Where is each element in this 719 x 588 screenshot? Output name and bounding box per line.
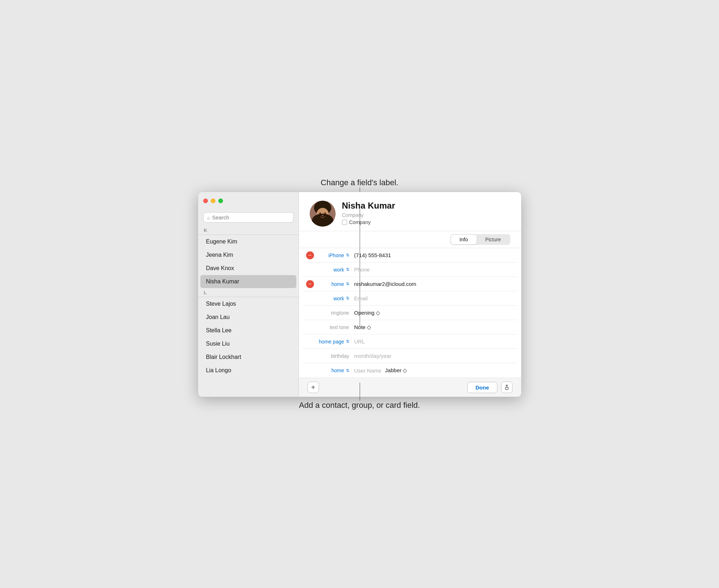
field-row: −iPhone ⇅(714) 555-8431 <box>302 248 518 263</box>
chevron-icon: ⇅ <box>346 339 349 344</box>
company-checkbox[interactable] <box>342 220 347 225</box>
svg-point-5 <box>319 213 321 214</box>
company-label: Company <box>349 219 371 225</box>
outer-wrapper: Change a field's label. ⌕ KEugene KimJee… <box>198 178 522 410</box>
section-divider <box>198 234 299 235</box>
bottom-bar: + Done <box>299 378 521 397</box>
avatar-image <box>310 201 336 227</box>
contact-item[interactable]: Joan Lau <box>200 311 296 324</box>
titlebar <box>198 192 299 209</box>
chevron-icon: ⇅ <box>346 368 349 373</box>
contact-item[interactable]: Steve Lajos <box>200 297 296 310</box>
field-label: text tone <box>317 324 349 330</box>
field-label[interactable]: home ⇅ <box>317 281 349 287</box>
remove-field-button[interactable]: − <box>306 251 314 259</box>
field-label: ringtone <box>317 310 349 316</box>
field-row: work ⇅Email <box>302 291 518 306</box>
maximize-button[interactable] <box>218 199 223 203</box>
remove-field-button[interactable]: − <box>306 280 314 288</box>
minimize-button[interactable] <box>211 199 215 203</box>
field-label[interactable]: work ⇅ <box>317 296 349 301</box>
avatar <box>310 201 336 227</box>
bottom-right: Done <box>467 382 513 393</box>
field-value[interactable]: Email <box>354 295 368 301</box>
tab-picture[interactable]: Picture <box>477 235 510 244</box>
field-value[interactable]: URL <box>354 338 365 345</box>
main-content: Nisha Kumar Company Company Info Picture <box>299 192 521 397</box>
section-divider <box>198 297 299 297</box>
contact-item[interactable]: Eugene Kim <box>200 235 296 248</box>
sidebar: ⌕ KEugene KimJeena KimDave KnoxNisha Kum… <box>198 192 299 397</box>
chevron-icon: ⇅ <box>346 253 349 257</box>
annotation-bottom: Add a contact, group, or card field. <box>198 401 522 410</box>
contact-info: Nisha Kumar Company Company <box>342 201 510 225</box>
chevron-icon: ⇅ <box>346 282 349 286</box>
chevron-icon: ⇅ <box>346 267 349 272</box>
contact-item[interactable]: Stella Lee <box>200 324 296 337</box>
close-button[interactable] <box>203 199 208 203</box>
field-value[interactable]: Note ◇ <box>354 324 372 331</box>
field-label[interactable]: iPhone ⇅ <box>317 252 349 258</box>
done-button[interactable]: Done <box>467 382 497 393</box>
share-button[interactable] <box>501 382 513 393</box>
field-row: home ⇅User NameJabber ◇ <box>302 363 518 378</box>
tab-group: Info Picture <box>450 234 510 245</box>
section-letter-k: K <box>198 226 299 234</box>
app-window: ⌕ KEugene KimJeena KimDave KnoxNisha Kum… <box>198 192 522 397</box>
field-label[interactable]: home page ⇅ <box>317 339 349 345</box>
contact-item[interactable]: Lia Longo <box>200 364 296 377</box>
search-input[interactable] <box>212 214 290 220</box>
section-letter-l: L <box>198 288 299 296</box>
field-row: work ⇅Phone <box>302 263 518 277</box>
svg-point-7 <box>322 215 323 216</box>
field-extra-value[interactable]: Jabber ◇ <box>385 367 407 374</box>
search-icon: ⌕ <box>207 215 210 220</box>
sidebar-contacts-list: KEugene KimJeena KimDave KnoxNisha Kumar… <box>198 226 299 377</box>
contact-item[interactable]: Jeena Kim <box>200 249 296 261</box>
field-value[interactable]: Phone <box>354 266 370 273</box>
contact-company-placeholder: Company <box>342 212 510 218</box>
field-row: −home ⇅nishakumar2@icloud.com <box>302 277 518 291</box>
field-row: home page ⇅URL <box>302 334 518 349</box>
field-value[interactable]: User Name <box>354 368 382 374</box>
tab-info[interactable]: Info <box>451 235 477 244</box>
field-label: birthday <box>317 353 349 359</box>
contact-item[interactable]: Nisha Kumar <box>200 275 296 288</box>
field-label[interactable]: home ⇅ <box>317 368 349 373</box>
field-value[interactable]: (714) 555-8431 <box>354 252 391 258</box>
field-value[interactable]: month/day/year <box>354 353 391 359</box>
add-field-button[interactable]: + <box>308 382 319 393</box>
field-row: text toneNote ◇ <box>302 320 518 334</box>
field-row: birthdaymonth/day/year <box>302 349 518 363</box>
chevron-icon: ⇅ <box>346 296 349 301</box>
field-label[interactable]: work ⇅ <box>317 267 349 273</box>
company-checkbox-row: Company <box>342 219 510 225</box>
tab-bar: Info Picture <box>299 231 521 248</box>
field-value[interactable]: nishakumar2@icloud.com <box>354 281 417 287</box>
annotation-top: Change a field's label. <box>198 178 522 187</box>
contact-name: Nisha Kumar <box>342 201 510 211</box>
field-value[interactable]: Opening ◇ <box>354 310 381 316</box>
svg-point-6 <box>324 213 326 214</box>
contact-item[interactable]: Blair Lockhart <box>200 351 296 364</box>
search-bar: ⌕ <box>203 212 293 223</box>
contact-header: Nisha Kumar Company Company <box>299 192 521 231</box>
contact-item[interactable]: Susie Liu <box>200 337 296 350</box>
field-row: ringtoneOpening ◇ <box>302 306 518 320</box>
contact-item[interactable]: Dave Knox <box>200 262 296 275</box>
share-icon <box>504 384 510 390</box>
fields-area: −iPhone ⇅(714) 555-8431work ⇅Phone−home … <box>299 248 521 378</box>
